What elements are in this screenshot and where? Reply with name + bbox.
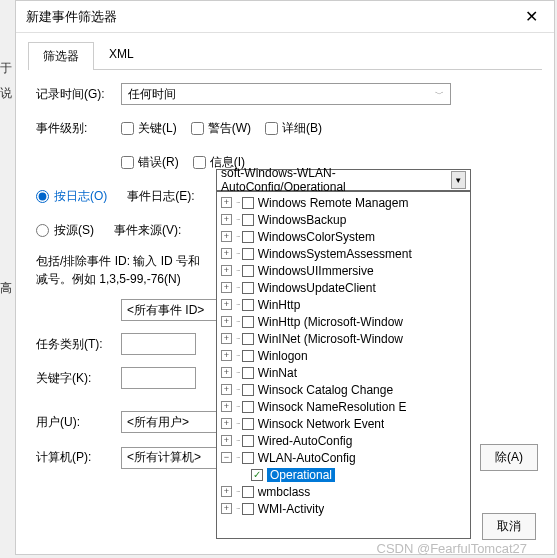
tree-dots: ··· bbox=[236, 198, 240, 207]
tree-dots: ··· bbox=[236, 368, 240, 377]
clear-button[interactable]: 除(A) bbox=[480, 444, 538, 471]
tab-filter[interactable]: 筛选器 bbox=[28, 42, 94, 70]
tree-checkbox[interactable] bbox=[242, 282, 254, 294]
tree-checkbox[interactable]: ✓ bbox=[251, 469, 263, 481]
radio-by-log[interactable]: 按日志(O) bbox=[36, 188, 107, 205]
event-log-combo[interactable]: soft-Windows-WLAN-AutoConfig/Operational… bbox=[216, 169, 471, 191]
tree-checkbox[interactable] bbox=[242, 316, 254, 328]
plus-icon[interactable]: + bbox=[221, 316, 232, 327]
tree-node-child[interactable]: ✓Operational bbox=[217, 466, 470, 483]
titlebar: 新建事件筛选器 ✕ bbox=[16, 1, 554, 33]
keyword-select[interactable] bbox=[121, 367, 196, 389]
tree-dots: ··· bbox=[236, 283, 240, 292]
tree-node[interactable]: +···Wired-AutoConfig bbox=[217, 432, 470, 449]
tree-checkbox[interactable] bbox=[242, 486, 254, 498]
tree-node[interactable]: +···wmbclass bbox=[217, 483, 470, 500]
plus-icon[interactable]: + bbox=[221, 231, 232, 242]
tree-checkbox[interactable] bbox=[242, 299, 254, 311]
logged-select[interactable]: 任何时间 ﹀ bbox=[121, 83, 451, 105]
plus-icon[interactable]: + bbox=[221, 282, 232, 293]
minus-icon[interactable]: − bbox=[221, 452, 232, 463]
tree-dots: ··· bbox=[236, 402, 240, 411]
tree-dots: ··· bbox=[236, 232, 240, 241]
bg-char: 高 bbox=[0, 280, 14, 297]
tree-node[interactable]: +···Winsock Network Event bbox=[217, 415, 470, 432]
tree-node[interactable]: +···Windows Remote Managem bbox=[217, 194, 470, 211]
tree-checkbox[interactable] bbox=[242, 367, 254, 379]
plus-icon[interactable]: + bbox=[221, 248, 232, 259]
tree-checkbox[interactable] bbox=[242, 231, 254, 243]
tree-node[interactable]: −···WLAN-AutoConfig bbox=[217, 449, 470, 466]
task-select[interactable] bbox=[121, 333, 196, 355]
close-icon[interactable]: ✕ bbox=[519, 7, 544, 26]
tree-label: WMI-Activity bbox=[258, 502, 325, 516]
dropdown-arrow-icon[interactable]: ▼ bbox=[451, 171, 466, 189]
tab-xml[interactable]: XML bbox=[94, 41, 149, 69]
computer-input[interactable]: <所有计算机> bbox=[121, 447, 231, 469]
tree-checkbox[interactable] bbox=[242, 435, 254, 447]
plus-icon[interactable]: + bbox=[221, 384, 232, 395]
tree-dots: ··· bbox=[236, 215, 240, 224]
tree-node[interactable]: +···WinINet (Microsoft-Window bbox=[217, 330, 470, 347]
radio-by-source[interactable]: 按源(S) bbox=[36, 222, 94, 239]
dialog-title: 新建事件筛选器 bbox=[26, 8, 117, 26]
tree-checkbox[interactable] bbox=[242, 248, 254, 260]
tree-checkbox[interactable] bbox=[242, 265, 254, 277]
bg-char: 说 bbox=[0, 85, 14, 102]
tree-dots: ··· bbox=[236, 453, 240, 462]
chevron-down-icon: ﹀ bbox=[435, 88, 444, 101]
tree-node[interactable]: +···Winsock Catalog Change bbox=[217, 381, 470, 398]
plus-icon[interactable]: + bbox=[221, 299, 232, 310]
plus-icon[interactable]: + bbox=[221, 214, 232, 225]
tree-checkbox[interactable] bbox=[242, 401, 254, 413]
tree-label: wmbclass bbox=[258, 485, 311, 499]
tree-node[interactable]: +···WMI-Activity bbox=[217, 500, 470, 517]
logged-value: 任何时间 bbox=[128, 86, 176, 103]
tree-node[interactable]: +···WindowsBackup bbox=[217, 211, 470, 228]
event-log-tree[interactable]: +···Windows Remote Managem+···WindowsBac… bbox=[216, 191, 471, 539]
tree-node[interactable]: +···Winsock NameResolution E bbox=[217, 398, 470, 415]
plus-icon[interactable]: + bbox=[221, 265, 232, 276]
tree-checkbox[interactable] bbox=[242, 418, 254, 430]
tree-label: Wired-AutoConfig bbox=[258, 434, 353, 448]
chk-verbose[interactable]: 详细(B) bbox=[265, 120, 322, 137]
tree-label-selected: Operational bbox=[267, 468, 335, 482]
tree-checkbox[interactable] bbox=[242, 503, 254, 515]
cancel-button[interactable]: 取消 bbox=[482, 513, 536, 540]
tree-checkbox[interactable] bbox=[242, 214, 254, 226]
tree-node[interactable]: +···WindowsColorSystem bbox=[217, 228, 470, 245]
tree-dots: ··· bbox=[236, 334, 240, 343]
plus-icon[interactable]: + bbox=[221, 197, 232, 208]
tree-label: WindowsBackup bbox=[258, 213, 347, 227]
event-id-input[interactable]: <所有事件 ID> bbox=[121, 299, 231, 321]
plus-icon[interactable]: + bbox=[221, 401, 232, 412]
tree-label: Winsock Catalog Change bbox=[258, 383, 393, 397]
plus-icon[interactable]: + bbox=[221, 367, 232, 378]
tree-checkbox[interactable] bbox=[242, 384, 254, 396]
label-event-source: 事件来源(V): bbox=[114, 222, 181, 239]
tree-node[interactable]: +···Winlogon bbox=[217, 347, 470, 364]
tree-node[interactable]: +···WindowsUIImmersive bbox=[217, 262, 470, 279]
chk-warning[interactable]: 警告(W) bbox=[191, 120, 251, 137]
plus-icon[interactable]: + bbox=[221, 486, 232, 497]
plus-icon[interactable]: + bbox=[221, 418, 232, 429]
tree-checkbox[interactable] bbox=[242, 333, 254, 345]
tree-node[interactable]: +···WinNat bbox=[217, 364, 470, 381]
chk-critical[interactable]: 关键(L) bbox=[121, 120, 177, 137]
tree-checkbox[interactable] bbox=[242, 452, 254, 464]
tree-node[interactable]: +···WindowsSystemAssessment bbox=[217, 245, 470, 262]
tree-node[interactable]: +···WinHttp bbox=[217, 296, 470, 313]
tree-checkbox[interactable] bbox=[242, 197, 254, 209]
dialog-window: 新建事件筛选器 ✕ 筛选器 XML 记录时间(G): 任何时间 ﹀ 事件级别: … bbox=[15, 0, 555, 555]
user-input[interactable]: <所有用户> bbox=[121, 411, 231, 433]
tree-node[interactable]: +···WindowsUpdateClient bbox=[217, 279, 470, 296]
chk-error[interactable]: 错误(R) bbox=[121, 154, 179, 171]
hint-text2: 减号。例如 1,3,5-99,-76(N) bbox=[36, 272, 181, 286]
plus-icon[interactable]: + bbox=[221, 350, 232, 361]
tree-node[interactable]: +···WinHttp (Microsoft-Window bbox=[217, 313, 470, 330]
plus-icon[interactable]: + bbox=[221, 435, 232, 446]
plus-icon[interactable]: + bbox=[221, 503, 232, 514]
tree-checkbox[interactable] bbox=[242, 350, 254, 362]
plus-icon[interactable]: + bbox=[221, 333, 232, 344]
tree-label: WinHttp bbox=[258, 298, 301, 312]
